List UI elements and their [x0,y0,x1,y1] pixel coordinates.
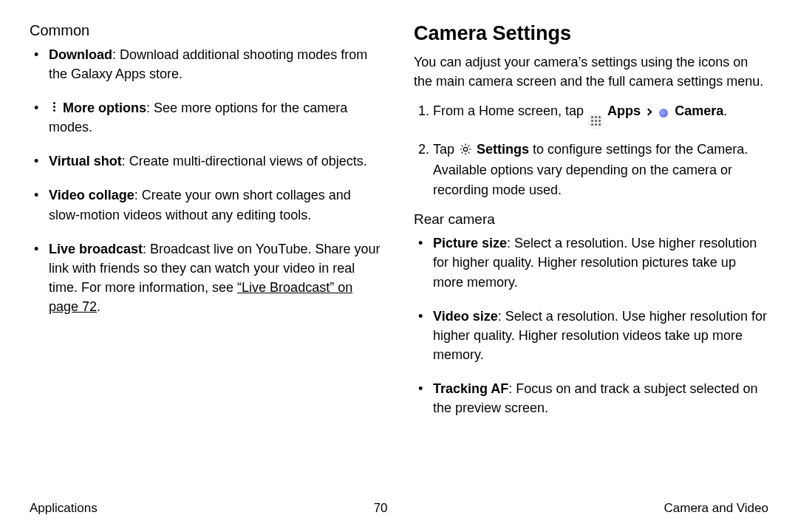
right-column: Camera Settings You can adjust your came… [414,22,768,495]
list-item: Live broadcast: Broadcast live on YouTub… [49,239,384,316]
list-item: Virtual shot: Create multi-directional v… [49,151,384,171]
step-2: Tap Settings to configure settings for t… [433,140,768,202]
step2-pre: Tap [433,142,458,157]
list-item: Video size: Select a resolution. Use hig… [433,307,768,364]
apps-label: Apps [607,103,641,118]
svg-point-0 [463,147,467,151]
term-download: Download [49,47,112,62]
apps-icon [587,113,604,129]
rear-camera-list: Picture size: Select a resolution. Use h… [414,233,768,417]
list-item: Video collage: Create your own short col… [49,185,384,224]
settings-label: Settings [477,142,529,157]
term-live-broadcast: Live broadcast [49,242,143,256]
more-options-icon [49,100,59,113]
list-item: Download: Download additional shooting m… [49,45,384,83]
term-video-collage: Video collage [49,188,134,202]
intro-paragraph: You can adjust your camera’s settings us… [414,52,768,91]
heading-camera-settings: Camera Settings [414,22,768,45]
desc: : Create multi-directional views of obje… [122,154,367,168]
tail: . [97,299,100,314]
page-footer: Applications 70 Camera and Video [30,495,768,516]
term-picture-size: Picture size [433,236,507,250]
camera-icon [656,106,671,120]
list-item: Tracking AF: Focus on and track a subjec… [433,379,768,417]
term-tracking-af: Tracking AF [433,381,508,396]
list-item: More options: See more options for the c… [49,98,384,137]
page-number: 70 [374,501,388,516]
manual-page: Common Download: Download additional sho… [0,0,798,532]
gear-icon [458,142,473,157]
subheading-rear-camera: Rear camera [414,211,768,228]
chevron-right-icon [645,109,652,116]
camera-label: Camera [675,103,723,118]
step1-post: . [723,103,727,118]
common-list: Download: Download additional shooting m… [30,45,384,316]
list-item: Picture size: Select a resolution. Use h… [433,233,768,291]
step1-pre: From a Home screen, tap [433,103,587,118]
two-column-layout: Common Download: Download additional sho… [30,22,768,495]
term-virtual-shot: Virtual shot [49,154,122,168]
footer-left: Applications [30,501,98,516]
section-heading-common: Common [30,22,384,39]
term-video-size: Video size [433,309,498,324]
term-more-options: More options [63,100,146,115]
footer-right: Camera and Video [664,501,768,516]
step-1: From a Home screen, tap Apps Camera. [433,101,768,129]
steps-list: From a Home screen, tap Apps Camera. Tap… [414,101,768,201]
left-column: Common Download: Download additional sho… [30,22,384,495]
